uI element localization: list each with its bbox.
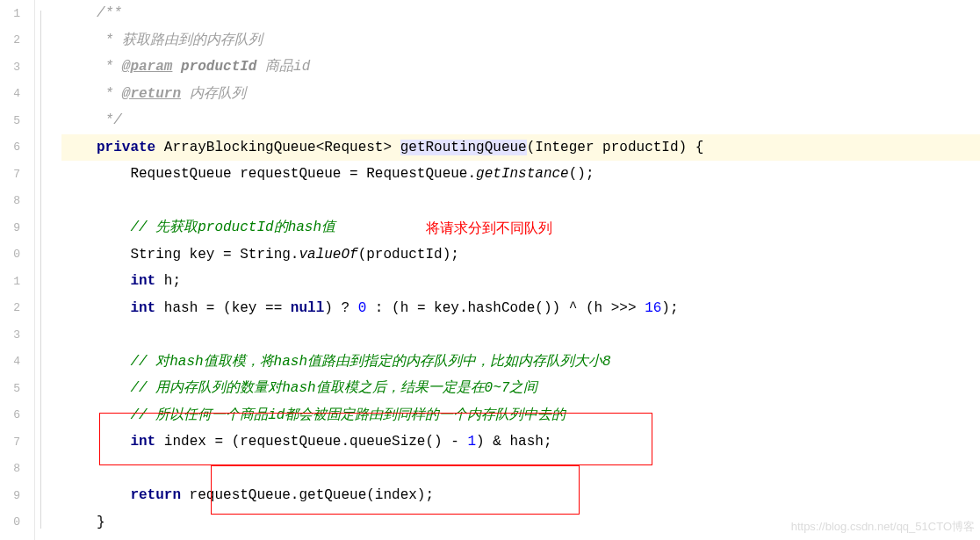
gutter-line-number: 3 xyxy=(0,321,34,349)
code-line-empty[interactable] xyxy=(61,321,980,349)
code-line[interactable]: * @return 内存队列 xyxy=(61,81,980,108)
number-literal: 0 xyxy=(358,300,367,316)
code-line[interactable]: * @param productId 商品id xyxy=(61,54,980,81)
gutter-line-number: 7 xyxy=(0,428,34,456)
code-line[interactable]: // 用内存队列的数量对hash值取模之后，结果一定是在0~7之间 xyxy=(61,375,980,402)
line-comment: // 对hash值取模，将hash值路由到指定的内存队列中，比如内存队列大小8 xyxy=(97,354,611,370)
gutter-line-number: 6 xyxy=(0,402,34,429)
kw-int: int xyxy=(97,300,155,316)
static-call: getInstance xyxy=(476,166,569,182)
number-literal: 16 xyxy=(645,300,661,316)
code-text: (); xyxy=(569,166,594,182)
kw-null: null xyxy=(291,300,324,316)
code-text: h; xyxy=(155,273,181,289)
gutter-line-number: 5 xyxy=(0,375,34,402)
code-line-empty[interactable] xyxy=(61,188,980,215)
code-line[interactable]: int index = (requestQueue.queueSize() - … xyxy=(61,428,980,456)
code-text: String key = String. xyxy=(97,247,299,263)
fold-column xyxy=(35,0,61,540)
number-literal: 1 xyxy=(467,434,476,450)
fold-guide-line xyxy=(40,11,41,529)
watermark-text: https://blog.csdn.net/qq_51CTO博客 xyxy=(791,519,975,535)
gutter-line-number: 9 xyxy=(0,214,34,241)
code-line-current[interactable]: private ArrayBlockingQueue<Request> getR… xyxy=(61,134,980,162)
closing-brace: } xyxy=(97,515,105,530)
code-line[interactable]: return requestQueue.getQueue(index); xyxy=(61,482,980,509)
code-line[interactable]: // 所以任何一个商品id都会被固定路由到同样的一个内存队列中去的 xyxy=(61,402,980,429)
code-line[interactable]: /** xyxy=(61,0,980,27)
line-comment: // 用内存队列的数量对hash值取模之后，结果一定是在0~7之间 xyxy=(97,380,537,396)
doc-star: * xyxy=(97,86,122,102)
line-gutter: 1 2 3 4 5 6 7 8 9 0 1 2 3 4 5 6 7 8 9 0 xyxy=(0,0,35,540)
gutter-line-number: 4 xyxy=(0,349,34,376)
code-text: : (h = key.hashCode()) ^ (h >>> xyxy=(366,300,645,316)
code-text: RequestQueue requestQueue = RequestQueue… xyxy=(97,166,476,182)
kw-private: private xyxy=(97,140,155,155)
code-text: ) ? xyxy=(324,300,357,316)
code-text: (productId); xyxy=(358,247,459,263)
code-line[interactable]: // 对hash值取模，将hash值路由到指定的内存队列中，比如内存队列大小8 xyxy=(61,349,980,376)
gutter-line-number: 2 xyxy=(0,27,34,54)
gutter-line-number: 0 xyxy=(0,509,34,536)
code-text: hash = (key == xyxy=(155,300,291,316)
doc-text: 获取路由到的内存队列 xyxy=(122,32,263,48)
code-text: ); xyxy=(661,300,678,316)
line-comment: // 所以任何一个商品id都会被固定路由到同样的一个内存队列中去的 xyxy=(97,407,566,423)
doc-star: * xyxy=(97,59,122,75)
code-line-empty[interactable] xyxy=(61,456,980,483)
doc-tag-return: @return xyxy=(122,86,181,102)
code-text: index = (requestQueue.queueSize() - xyxy=(155,434,467,450)
line-comment: // 先获取productId的hash值 xyxy=(97,220,335,235)
gutter-line-number: 2 xyxy=(0,295,34,322)
code-line[interactable]: String key = String.valueOf(productId); xyxy=(61,241,980,269)
return-type: ArrayBlockingQueue<Request> xyxy=(155,140,400,155)
gutter-line-number: 8 xyxy=(0,456,34,483)
kw-int: int xyxy=(97,273,155,289)
doc-star: * xyxy=(97,32,122,48)
doc-comment-open: /** xyxy=(97,5,122,21)
gutter-line-number: 3 xyxy=(0,54,34,81)
gutter-line-number: 5 xyxy=(0,107,34,134)
kw-return: return xyxy=(97,487,181,503)
gutter-line-number: 8 xyxy=(0,188,34,215)
kw-int: int xyxy=(97,434,155,450)
code-line[interactable]: RequestQueue requestQueue = RequestQueue… xyxy=(61,161,980,188)
code-line[interactable]: int h; xyxy=(61,268,980,295)
code-text: ) & hash; xyxy=(476,434,551,450)
code-text: requestQueue.getQueue(index); xyxy=(181,487,434,503)
gutter-line-number: 4 xyxy=(0,81,34,108)
red-annotation-text: 将请求分到不同队列 xyxy=(426,220,552,238)
gutter-line-number: 9 xyxy=(0,482,34,509)
static-call: valueOf xyxy=(299,247,357,263)
gutter-line-number: 1 xyxy=(0,268,34,295)
code-line[interactable]: * 获取路由到的内存队列 xyxy=(61,27,980,54)
gutter-line-number: 0 xyxy=(0,241,34,269)
doc-return-desc: 内存队列 xyxy=(181,86,246,102)
doc-param-name: productId xyxy=(172,59,256,75)
doc-tag-param: @param xyxy=(122,59,173,75)
code-line[interactable]: int hash = (key == null) ? 0 : (h = key.… xyxy=(61,295,980,322)
code-editor[interactable]: /** * 获取路由到的内存队列 * @param productId 商品id… xyxy=(61,0,980,536)
doc-param-desc: 商品id xyxy=(256,59,310,75)
code-line[interactable]: */ xyxy=(61,107,980,134)
gutter-line-number: 6 xyxy=(0,134,34,162)
method-params: (Integer productId) { xyxy=(527,140,704,155)
doc-comment-close: */ xyxy=(97,112,122,128)
gutter-line-number: 1 xyxy=(0,0,34,27)
method-name: getRoutingQueue xyxy=(400,140,527,155)
gutter-line-number: 7 xyxy=(0,161,34,188)
